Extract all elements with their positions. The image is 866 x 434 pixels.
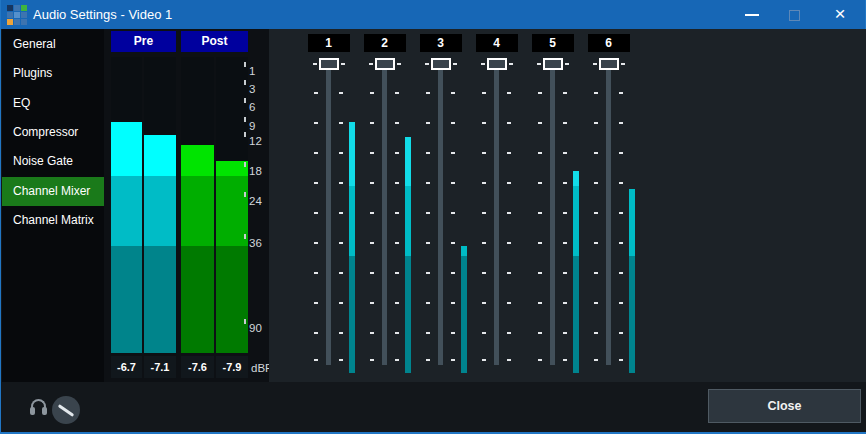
scale-label: 3 xyxy=(249,82,255,96)
scale-label: 36 xyxy=(249,236,262,250)
fader-tick xyxy=(619,332,623,334)
channel-meter-segment xyxy=(573,256,579,373)
fader-tick xyxy=(619,92,623,94)
scale-tick xyxy=(244,162,246,167)
fader-handle[interactable] xyxy=(319,58,339,70)
fader-tick xyxy=(314,182,318,184)
fader-tick xyxy=(538,302,542,304)
fader-track[interactable] xyxy=(382,64,387,365)
fader-tick xyxy=(451,122,455,124)
meter-column xyxy=(144,57,176,353)
fader-tick xyxy=(563,242,567,244)
scale-label: 9 xyxy=(249,119,255,133)
fader-tick xyxy=(563,359,567,361)
fader-tick xyxy=(453,63,457,65)
fader-tick xyxy=(482,152,486,154)
meter-value: -7.9 xyxy=(216,356,248,378)
fader-tick xyxy=(395,242,399,244)
monitor-volume-knob[interactable] xyxy=(52,396,80,424)
minimize-icon xyxy=(745,14,759,16)
fader-handle[interactable] xyxy=(375,58,395,70)
sidebar: GeneralPluginsEQCompressorNoise GateChan… xyxy=(2,29,104,382)
logo-square xyxy=(14,12,20,18)
fader-tick xyxy=(507,302,511,304)
channel-meter-segment xyxy=(349,186,355,256)
fader-tick xyxy=(594,182,598,184)
fader-tick xyxy=(370,122,374,124)
sidebar-item-general[interactable]: General xyxy=(2,30,104,59)
channel-meter-segment xyxy=(405,186,411,256)
fader-tick xyxy=(314,92,318,94)
meter-value: -7.1 xyxy=(144,356,176,378)
fader-tick xyxy=(314,332,318,334)
sidebar-item-eq[interactable]: EQ xyxy=(2,89,104,118)
fader-tick xyxy=(482,182,486,184)
fader-tick xyxy=(507,122,511,124)
meter-value: -7.6 xyxy=(181,356,214,378)
fader-tick xyxy=(507,212,511,214)
maximize-icon xyxy=(789,10,800,21)
fader-tick xyxy=(563,92,567,94)
fader-tick xyxy=(537,63,541,65)
fader-tick xyxy=(339,359,343,361)
fader-tick xyxy=(426,242,430,244)
sidebar-item-channel-mixer[interactable]: Channel Mixer xyxy=(2,177,104,206)
fader-tick xyxy=(619,272,623,274)
scale-tick xyxy=(244,234,246,239)
headphones-icon[interactable] xyxy=(28,397,50,419)
fader-tick xyxy=(425,63,429,65)
fader-tick xyxy=(369,63,373,65)
fader-tick xyxy=(619,302,623,304)
channel-header: 6 xyxy=(588,34,630,52)
fader-tick xyxy=(426,122,430,124)
minimize-button[interactable] xyxy=(735,0,769,29)
meter-value: -6.7 xyxy=(111,356,142,378)
fader-tick xyxy=(314,152,318,154)
post-meter-header: Post xyxy=(181,31,248,52)
scale-tick xyxy=(244,62,246,67)
fader-tick xyxy=(451,272,455,274)
fader-handle[interactable] xyxy=(543,58,563,70)
fader-tick xyxy=(426,332,430,334)
sidebar-item-plugins[interactable]: Plugins xyxy=(2,59,104,88)
fader-tick xyxy=(314,359,318,361)
fader-track[interactable] xyxy=(326,64,331,365)
fader-track[interactable] xyxy=(550,64,555,365)
fader-tick xyxy=(481,63,485,65)
scale-tick xyxy=(244,192,246,197)
fader-tick xyxy=(507,92,511,94)
sidebar-item-channel-matrix[interactable]: Channel Matrix xyxy=(2,206,104,235)
fader-tick xyxy=(563,272,567,274)
scale-label: 6 xyxy=(249,100,255,114)
fader-tick xyxy=(395,212,399,214)
fader-tick xyxy=(619,242,623,244)
channel-header: 2 xyxy=(364,34,406,52)
fader-handle[interactable] xyxy=(599,58,619,70)
channel-meter-segment xyxy=(573,171,579,186)
meter-bar-segment xyxy=(216,246,248,353)
fader-track[interactable] xyxy=(438,64,443,365)
fader-tick xyxy=(339,242,343,244)
scale-label: 18 xyxy=(249,164,262,178)
fader-track[interactable] xyxy=(606,64,611,365)
fader-handle[interactable] xyxy=(431,58,451,70)
fader-tick xyxy=(538,152,542,154)
scale-tick xyxy=(244,319,246,324)
fader-tick xyxy=(314,242,318,244)
fader-track[interactable] xyxy=(494,64,499,365)
fader-tick xyxy=(594,152,598,154)
sidebar-item-noise-gate[interactable]: Noise Gate xyxy=(2,147,104,176)
fader-tick xyxy=(426,92,430,94)
fader-handle[interactable] xyxy=(487,58,507,70)
meter-bar-segment xyxy=(111,246,142,353)
sidebar-item-compressor[interactable]: Compressor xyxy=(2,118,104,147)
fader-tick xyxy=(339,92,343,94)
close-button[interactable]: Close xyxy=(708,389,861,423)
headphones-cup-right xyxy=(42,407,47,415)
fader-tick xyxy=(313,63,317,65)
fader-tick xyxy=(538,92,542,94)
fader-tick xyxy=(426,359,430,361)
fader-tick xyxy=(538,272,542,274)
fader-tick xyxy=(538,242,542,244)
window-close-button[interactable]: × xyxy=(823,0,857,29)
